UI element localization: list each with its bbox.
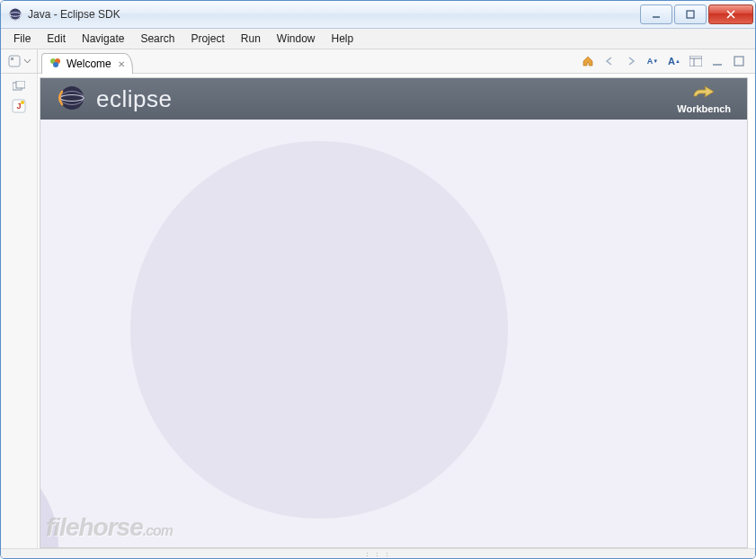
- svg-rect-17: [16, 81, 25, 88]
- sash-handle-icon[interactable]: ⋮⋮⋮: [363, 552, 393, 559]
- editor-tab-strip: Welcome ✕: [38, 49, 572, 73]
- eclipse-app-icon: [8, 7, 22, 22]
- eclipse-brand: eclipse: [57, 83, 172, 116]
- maximize-window-button[interactable]: [674, 4, 707, 24]
- quick-access-icon[interactable]: [7, 54, 22, 68]
- status-bar: ⋮⋮⋮: [1, 548, 755, 559]
- toolbar-row: Welcome ✕ A▼ A▲: [1, 49, 755, 74]
- restore-view-icon[interactable]: [12, 79, 26, 93]
- view-toolbar: A▼ A▲: [572, 49, 755, 73]
- tab-label: Welcome: [67, 58, 111, 70]
- svg-rect-6: [9, 56, 20, 67]
- welcome-tab-icon: [49, 57, 62, 72]
- minimize-view-icon[interactable]: [710, 54, 725, 68]
- svg-rect-3: [687, 11, 694, 18]
- close-window-button[interactable]: [708, 4, 753, 24]
- bg-decoration: [40, 447, 58, 548]
- svg-point-10: [53, 62, 58, 67]
- font-decrease-icon[interactable]: A▼: [645, 54, 660, 68]
- welcome-view: eclipse Workbench Welcome to Eclipse: [40, 77, 748, 548]
- svg-point-21: [60, 86, 84, 110]
- welcome-banner: eclipse Workbench: [40, 78, 747, 120]
- eclipse-logo-icon: [57, 83, 87, 116]
- maximize-view-icon[interactable]: [732, 54, 746, 68]
- workbench-button[interactable]: Workbench: [677, 84, 731, 114]
- svg-point-20: [21, 101, 24, 104]
- workbench-icon: [692, 84, 716, 102]
- menu-navigate[interactable]: Navigate: [75, 31, 131, 47]
- svg-rect-15: [734, 57, 743, 66]
- app-window: Java - Eclipse SDK File Edit Navigate Se…: [0, 0, 756, 559]
- font-increase-icon[interactable]: A▲: [667, 54, 681, 68]
- window-controls: [640, 4, 753, 24]
- menu-run[interactable]: Run: [234, 31, 268, 47]
- trim-stack: J: [1, 74, 38, 548]
- menu-file[interactable]: File: [6, 31, 38, 47]
- menu-window[interactable]: Window: [270, 31, 323, 47]
- home-icon[interactable]: [581, 54, 595, 68]
- perspective-switcher-slot: [1, 49, 38, 73]
- forward-icon[interactable]: [624, 54, 638, 68]
- eclipse-brand-text: eclipse: [96, 85, 172, 113]
- menu-search[interactable]: Search: [133, 31, 182, 47]
- svg-point-0: [10, 9, 22, 21]
- java-perspective-icon[interactable]: J: [12, 99, 26, 113]
- menu-help[interactable]: Help: [325, 31, 361, 47]
- dropdown-chevron-icon[interactable]: [24, 54, 31, 68]
- window-title: Java - Eclipse SDK: [28, 8, 120, 21]
- menu-project[interactable]: Project: [183, 31, 231, 47]
- back-icon[interactable]: [602, 54, 617, 68]
- tab-welcome[interactable]: Welcome ✕: [41, 53, 133, 74]
- minimize-window-button[interactable]: [640, 4, 672, 24]
- titlebar: Java - Eclipse SDK: [1, 1, 755, 29]
- tab-close-button[interactable]: ✕: [118, 59, 125, 69]
- bg-decoration: [130, 141, 508, 519]
- workbench-body: J eclipse Workbench: [1, 74, 755, 548]
- editor-area: eclipse Workbench Welcome to Eclipse: [38, 74, 755, 548]
- svg-rect-11: [689, 56, 702, 67]
- layout-icon[interactable]: [689, 54, 703, 68]
- svg-rect-7: [11, 58, 13, 60]
- menubar: File Edit Navigate Search Project Run Wi…: [1, 29, 755, 49]
- welcome-body: Welcome to Eclipse Overview Get an overv…: [40, 120, 747, 547]
- svg-text:J: J: [16, 102, 21, 111]
- menu-edit[interactable]: Edit: [40, 31, 73, 47]
- workbench-label: Workbench: [677, 103, 731, 114]
